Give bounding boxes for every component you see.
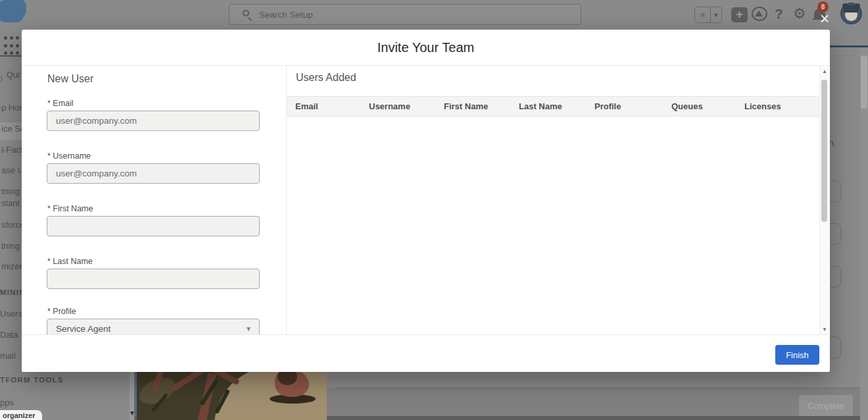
salesforce-logo-icon [0, 0, 26, 20]
favorites-dropdown-icon[interactable]: ▼ [710, 7, 722, 23]
search-icon [243, 10, 249, 16]
first-name-field[interactable] [47, 216, 260, 236]
scroll-down-icon[interactable]: ▼ [822, 327, 827, 332]
username-field[interactable] [47, 163, 260, 184]
first-name-label: * First Name [47, 204, 93, 213]
illustration-branch [170, 372, 207, 392]
sidebar-quick-find[interactable]: Qui [7, 70, 20, 80]
sidebar-item-lightning-line2[interactable]: stant [1, 198, 20, 208]
sidebar-section-platform-tools: TFORM TOOLS [0, 376, 64, 384]
modal-scrollbar[interactable]: ▲ ▼ [819, 66, 829, 334]
email-label: * Email [47, 99, 74, 108]
col-last-name: Last Name [519, 101, 562, 111]
complete-button[interactable]: Complete [799, 395, 853, 417]
sidebar-item-apps[interactable]: pps [0, 398, 14, 407]
sidebar-item-optimizer[interactable]: mizer [1, 261, 22, 271]
scroll-up-icon[interactable]: ▲ [822, 68, 827, 74]
setup-illustration [137, 372, 327, 420]
avatar-hat [844, 5, 859, 13]
sidebar-item-multi-factor[interactable]: i-Fact [1, 145, 23, 155]
col-username: Username [369, 101, 410, 111]
finish-button[interactable]: Finish [775, 345, 819, 365]
users-table-header-row: Email Username First Name Last Name Prof… [287, 96, 819, 117]
app-window: Search Setup ★ ▼ + ? ⚙ 8 Qui p Hor ice S… [0, 0, 868, 420]
col-first-name: First Name [444, 101, 488, 111]
tab-bar-border [827, 45, 868, 47]
users-added-heading: Users Added [296, 72, 356, 84]
sidebar-item-users[interactable]: Users [0, 309, 22, 319]
last-name-label: * Last Name [47, 257, 93, 266]
chevron-down-icon: ▼ [245, 325, 252, 332]
sidebar-item-setup-home[interactable]: p Hor [1, 103, 22, 113]
sidebar-item-release-updates[interactable]: ase U [1, 165, 24, 175]
col-email: Email [295, 101, 318, 111]
browser-link-tooltip: organizer [0, 410, 42, 420]
col-profile: Profile [594, 101, 621, 111]
col-queues: Queues [671, 101, 703, 111]
background-footer-divider [335, 388, 868, 388]
avatar[interactable] [840, 3, 862, 24]
modal-header: Invite Your Team [22, 30, 830, 66]
sidebar-item-data[interactable]: Data [0, 330, 18, 340]
col-licenses: Licenses [744, 101, 781, 111]
setup-search-input[interactable]: Search Setup [229, 4, 581, 25]
favorites-star-icon[interactable]: ★ [694, 7, 711, 23]
trailhead-icon[interactable] [752, 7, 767, 21]
new-user-heading: New User [47, 73, 93, 85]
modal-title: Invite Your Team [22, 40, 830, 55]
last-name-field[interactable] [47, 269, 260, 289]
sidebar-item-lightning-line1[interactable]: tning [1, 186, 20, 196]
app-launcher-waffle-icon[interactable] [4, 36, 20, 57]
modal-scrollbar-thumb[interactable] [821, 80, 827, 222]
username-label: * Username [47, 151, 91, 161]
close-icon[interactable]: × [817, 11, 832, 26]
sidebar-item-lightning[interactable]: tning [1, 241, 20, 251]
global-actions-plus-icon[interactable]: + [731, 7, 748, 22]
search-placeholder: Search Setup [259, 10, 313, 20]
quick-find-search-icon [0, 76, 3, 82]
background-footer [327, 388, 868, 416]
invite-your-team-modal: Invite Your Team New User * Email * User… [22, 30, 830, 372]
email-field[interactable] [47, 111, 260, 131]
profile-selected-value: Service Agent [56, 324, 110, 334]
help-icon[interactable]: ? [775, 6, 783, 22]
sidebar-item-email[interactable]: mail [0, 351, 16, 361]
modal-footer: Finish [22, 334, 830, 372]
gear-icon[interactable]: ⚙ [793, 5, 806, 22]
browser-scrollbar-thumb[interactable] [861, 56, 867, 109]
profile-label: * Profile [47, 307, 76, 316]
